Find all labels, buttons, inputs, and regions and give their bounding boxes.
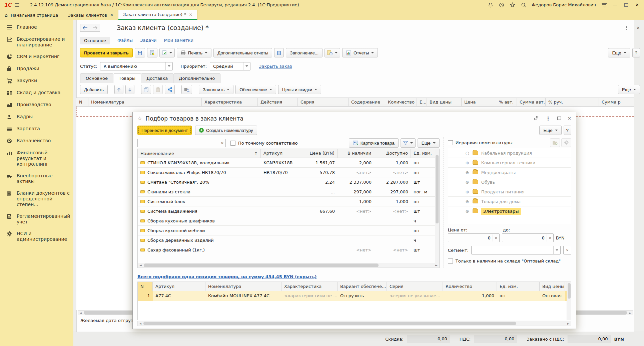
- close-window-icon[interactable]: [634, 2, 640, 8]
- scheduled-fill-button[interactable]: [325, 48, 340, 57]
- col-name[interactable]: Наименование: [138, 149, 261, 158]
- form-tab-goods[interactable]: Товары: [113, 73, 141, 83]
- form-close-icon[interactable]: [636, 25, 640, 30]
- panes-splitter[interactable]: [440, 137, 444, 268]
- sidebar-item-sales[interactable]: Продажи: [0, 63, 73, 75]
- grid-col-manual-percent[interactable]: % руч.: [546, 98, 599, 106]
- form-link-main[interactable]: Основное: [80, 37, 110, 44]
- tree-expand-icon[interactable]: ⊕: [465, 160, 470, 165]
- products-horizontal-scrollbar[interactable]: ◄ ►: [138, 263, 439, 268]
- product-row[interactable]: Сборка кухонных шкафчиков ч: [138, 216, 435, 226]
- grid-col-series[interactable]: Серия: [298, 98, 349, 106]
- product-row[interactable]: Сборка кухонной мебели шт: [138, 226, 435, 235]
- filter-button[interactable]: [401, 138, 416, 148]
- exact-match-checkbox-row[interactable]: По точному соответствию: [230, 141, 298, 146]
- move-down-button[interactable]: [125, 85, 134, 94]
- price-to-input[interactable]: [502, 235, 547, 240]
- dialog-more-button[interactable]: Еще: [539, 126, 561, 135]
- grid-col-actions[interactable]: Действия: [258, 98, 298, 106]
- col-sku[interactable]: Артикул: [261, 149, 304, 158]
- form-more-button[interactable]: Еще: [608, 48, 630, 57]
- picked-item-row[interactable]: 1 А77 4С Комбайн MOULINEX А77 4С <характ…: [138, 291, 567, 301]
- combo-dropdown-icon[interactable]: [243, 62, 250, 70]
- search-icon[interactable]: [521, 2, 526, 8]
- post-and-close-button[interactable]: Провести и закрыть: [80, 48, 133, 57]
- tree-expand-icon[interactable]: ⊕: [465, 189, 470, 194]
- scroll-thumb[interactable]: [143, 322, 516, 325]
- scroll-thumb[interactable]: [568, 283, 571, 299]
- sidebar-item-production[interactable]: Производство: [0, 99, 73, 111]
- favorite-star-icon[interactable]: [137, 115, 142, 122]
- dialog-more-dots-icon[interactable]: [546, 116, 551, 122]
- col-available[interactable]: Доступно: [374, 149, 411, 158]
- tree-settings-gear-button[interactable]: [561, 138, 571, 147]
- col-characteristic[interactable]: Характеристика: [281, 282, 338, 291]
- fill-button[interactable]: Заполнение...: [286, 48, 323, 57]
- tab-client-order-new[interactable]: Заказ клиента (создание) * ✕: [118, 10, 197, 20]
- product-row[interactable]: Система выдвижения 667,60 <нет> <нет> шт: [138, 206, 435, 216]
- prices-discounts-button[interactable]: Цены и скидки: [278, 85, 321, 94]
- save-button[interactable]: [135, 48, 145, 57]
- form-link-notes[interactable]: Мои заметки: [164, 38, 193, 43]
- tree-item[interactable]: ⊕Медпрепараты: [448, 168, 571, 177]
- grid-col-content[interactable]: Содержание: [349, 98, 385, 106]
- tree-item[interactable]: ⊕Товары для дома: [448, 197, 571, 206]
- picked-vertical-scrollbar[interactable]: [567, 282, 571, 320]
- paste-row-button[interactable]: [153, 85, 163, 94]
- sidebar-item-treasury[interactable]: Казначейство: [0, 135, 73, 147]
- product-card-button[interactable]: Карточка товара: [349, 138, 399, 148]
- main-menu-icon[interactable]: [14, 2, 20, 8]
- grid-col-auto-sum[interactable]: Сумма авт.: [517, 98, 546, 106]
- additional-reports-button[interactable]: Дополнительные отчеты: [213, 48, 272, 57]
- status-combo[interactable]: К выполнению: [100, 62, 173, 70]
- scroll-right-icon[interactable]: ►: [566, 321, 571, 326]
- combo-dropdown-icon[interactable]: [165, 62, 172, 70]
- tree-item[interactable]: ⊕Продукты питания: [448, 187, 571, 197]
- history-clock-icon[interactable]: [499, 2, 504, 8]
- grid-col-characteristic[interactable]: Характеристика: [202, 98, 258, 106]
- post-menu-button[interactable]: [159, 48, 175, 57]
- scroll-right-icon[interactable]: ►: [434, 263, 439, 268]
- minimize-window-icon[interactable]: [612, 2, 618, 8]
- product-row[interactable]: Сахар фасованный (1кг.) <нет> <нет> шт: [138, 245, 435, 255]
- grid-col-n[interactable]: N: [76, 98, 88, 106]
- form-tab-delivery[interactable]: Доставка: [141, 73, 173, 83]
- sidebar-item-regulated-accounting[interactable]: Регламентированный учет: [0, 210, 73, 228]
- sidebar-item-hr[interactable]: Кадры: [0, 111, 73, 123]
- form-link-files[interactable]: Файлы: [117, 38, 133, 43]
- current-user[interactable]: Федоров Борис Михайлович: [532, 2, 596, 7]
- col-price[interactable]: Цена (BYN): [304, 149, 338, 158]
- sidebar-item-main[interactable]: Главное: [0, 21, 73, 33]
- reports-button[interactable]: Отчеты: [342, 48, 378, 57]
- grid-col-quantity[interactable]: Количество: [385, 98, 417, 106]
- grid-col-price[interactable]: Цена: [462, 98, 496, 106]
- grid-col-nomenclature[interactable]: Номенклатура: [88, 98, 202, 106]
- close-order-link[interactable]: Закрыть заказ: [259, 64, 292, 69]
- supply-button[interactable]: Обеспечение: [235, 85, 276, 94]
- product-search-field[interactable]: ✕: [137, 139, 226, 147]
- tab-home[interactable]: ⌂ Начальная страница: [0, 10, 63, 20]
- segment-combo[interactable]: [471, 246, 561, 254]
- product-row[interactable]: Сметана "Столичная", 20% 2,24 2 337,000 …: [138, 177, 435, 187]
- product-row[interactable]: Скинали из стекла ... 297,000 297,000 по…: [138, 187, 435, 197]
- move-up-button[interactable]: [114, 85, 123, 94]
- tree-item-selected[interactable]: ⊕Электротовары: [448, 206, 571, 216]
- sidebar-item-crm[interactable]: CRM и маркетинг: [0, 51, 73, 63]
- post-document-button[interactable]: [147, 48, 157, 57]
- col-n[interactable]: N: [138, 282, 153, 291]
- products-vertical-scrollbar[interactable]: [435, 149, 439, 263]
- grid-add-button[interactable]: Добавить: [80, 85, 108, 94]
- tab-close-icon[interactable]: ✕: [110, 13, 113, 17]
- col-sku[interactable]: Артикул: [153, 282, 205, 291]
- exact-match-checkbox[interactable]: [230, 141, 235, 146]
- col-supply-variant[interactable]: Вариант обеспече...: [338, 282, 387, 291]
- tree-item[interactable]: ⊕Компьютерная техника: [448, 158, 571, 168]
- only-in-stock-checkbox-row[interactable]: Только в наличии на складе "Оптовый скла…: [448, 258, 571, 264]
- grid-col-price-kind[interactable]: Вид цены: [427, 98, 462, 106]
- product-row[interactable]: Системный блок 1,000 1,000 шт: [138, 197, 435, 206]
- combo-dropdown-icon[interactable]: [553, 246, 560, 254]
- grid-col-manual-sum[interactable]: Сумма р: [599, 98, 634, 106]
- price-from-field[interactable]: ✕: [448, 233, 500, 242]
- hierarchy-checkbox[interactable]: [448, 140, 453, 145]
- scroll-thumb[interactable]: [436, 155, 439, 223]
